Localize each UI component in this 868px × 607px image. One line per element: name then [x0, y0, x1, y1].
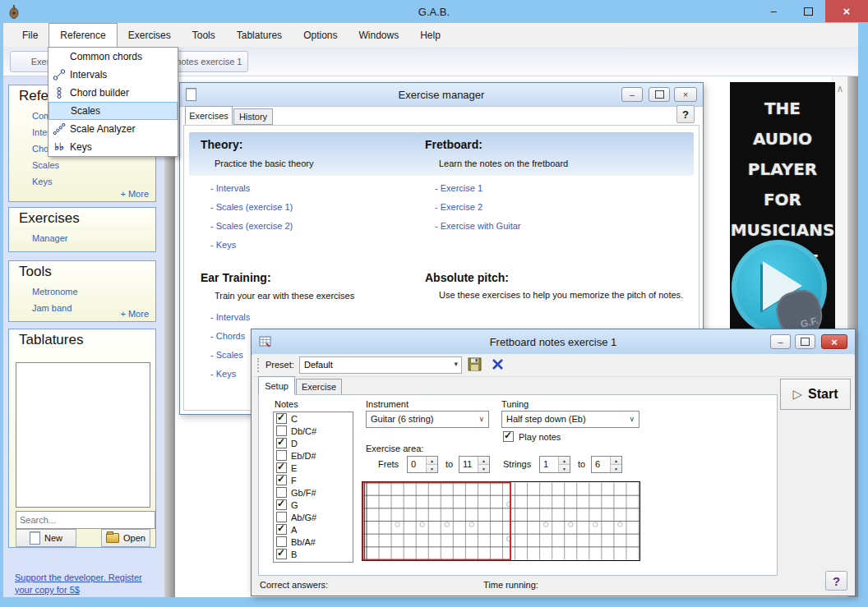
strings-from-stepper[interactable]: 1 ▲▼ [539, 456, 570, 473]
fretboard-window-titlebar[interactable]: Fretboard notes exercise 1 – × [252, 329, 855, 355]
note-row-E[interactable]: E [274, 462, 353, 474]
checkbox-icon[interactable] [276, 438, 287, 448]
open-button[interactable]: Open [101, 529, 150, 547]
menu-item-keys[interactable]: ♭♭Keys [48, 138, 178, 156]
exercise-manager-titlebar[interactable]: Exercise manager – × [180, 83, 703, 107]
sidebar-link[interactable]: Scales [32, 160, 155, 170]
tab-setup[interactable]: Setup [258, 376, 295, 395]
menu-item-scale-analyzer[interactable]: Scale Analyzer [48, 120, 178, 138]
frets-from-stepper[interactable]: 0 ▲▼ [407, 456, 438, 473]
close-button[interactable]: × [674, 87, 697, 102]
notes-checklist[interactable]: CDb/C#DEb/D#EFGb/F#GAb/G#ABb/A#B [273, 412, 353, 563]
help-button[interactable]: ? [676, 105, 695, 123]
menu-exercises[interactable]: Exercises [118, 23, 182, 47]
support-developer-link[interactable]: Support the developer. Register your cop… [15, 572, 145, 596]
play-notes-checkbox[interactable]: Play notes [503, 431, 561, 442]
minimize-button[interactable]: – [621, 87, 643, 102]
note-row-GbF[interactable]: Gb/F# [274, 486, 353, 499]
close-button[interactable]: × [825, 0, 868, 22]
save-preset-icon[interactable] [468, 357, 482, 371]
sidebar-link[interactable]: Keys [32, 177, 155, 186]
theory-link[interactable]: - Scales (exercise 2) [210, 221, 293, 231]
note-row-F[interactable]: F [274, 474, 353, 486]
fretboard-diagram[interactable] [362, 481, 640, 561]
note-row-BbA[interactable]: Bb/A# [274, 536, 353, 548]
fretboard-link[interactable]: - Exercise 2 [435, 202, 521, 212]
ear-training-link[interactable]: - Chords [210, 331, 250, 341]
menu-file[interactable]: File [12, 23, 48, 47]
menu-reference[interactable]: Reference [48, 23, 117, 47]
step-down-icon[interactable]: ▼ [478, 465, 489, 472]
fretboard-link[interactable]: - Exercise with Guitar [435, 221, 521, 231]
note-row-D[interactable]: D [274, 437, 353, 449]
note-row-AbG[interactable]: Ab/G# [274, 511, 353, 523]
start-button[interactable]: ▷ Start [780, 379, 851, 410]
theory-link[interactable]: - Keys [210, 240, 293, 250]
maximize-button[interactable] [791, 0, 825, 22]
ad-play-button[interactable]: G.F. [732, 240, 827, 333]
menu-item-scales[interactable]: Scales [48, 102, 178, 120]
ear-training-link[interactable]: - Keys [210, 369, 250, 379]
menu-item-chord-builder[interactable]: Chord builder [48, 84, 178, 102]
more-link[interactable]: + More [120, 189, 149, 199]
checkbox-icon[interactable] [276, 462, 287, 473]
step-up-icon[interactable]: ▲ [611, 457, 621, 465]
strings-to-stepper[interactable]: 6 ▲▼ [591, 456, 622, 473]
theory-link[interactable]: - Intervals [210, 183, 293, 193]
checkbox-icon[interactable] [276, 512, 287, 522]
checkbox-icon[interactable] [276, 413, 287, 424]
main-titlebar[interactable]: G.A.B. – × [0, 0, 868, 23]
step-up-icon[interactable]: ▲ [427, 457, 437, 465]
maximize-button[interactable] [649, 87, 670, 102]
step-up-icon[interactable]: ▲ [559, 457, 570, 465]
checkbox-icon[interactable] [276, 524, 287, 535]
toolbar-grip[interactable] [257, 358, 259, 372]
delete-preset-icon[interactable] [491, 357, 505, 371]
checkbox-icon[interactable] [276, 487, 287, 498]
note-row-A[interactable]: A [274, 523, 353, 536]
maximize-button[interactable] [795, 334, 815, 349]
checkbox-icon[interactable] [276, 536, 287, 547]
preset-dropdown[interactable]: Default ▾ [299, 356, 462, 374]
menu-options[interactable]: Options [293, 23, 348, 47]
note-row-DbC[interactable]: Db/C# [274, 425, 353, 437]
menu-item-common-chords[interactable]: Common chords [48, 48, 178, 66]
checkbox-icon[interactable] [276, 450, 287, 461]
instrument-dropdown[interactable]: Guitar (6 string) ∨ [366, 411, 489, 428]
tab-exercise[interactable]: Exercise [296, 379, 342, 395]
ear-training-link[interactable]: - Intervals [210, 312, 250, 322]
menu-tools[interactable]: Tools [182, 23, 226, 47]
fretboard-link[interactable]: - Exercise 1 [435, 183, 521, 193]
tab-exercises[interactable]: Exercises [185, 106, 233, 125]
minimize-button[interactable]: – [756, 0, 791, 22]
tuning-dropdown[interactable]: Half step down (Eb) ∨ [501, 411, 639, 428]
menu-windows[interactable]: Windows [348, 23, 409, 47]
ear-training-link[interactable]: - Scales [210, 350, 250, 360]
step-up-icon[interactable]: ▲ [478, 457, 489, 465]
step-down-icon[interactable]: ▼ [559, 465, 570, 472]
menu-item-intervals[interactable]: Intervals [48, 66, 178, 84]
note-row-EbD[interactable]: Eb/D# [274, 449, 353, 462]
search-input[interactable] [16, 511, 155, 529]
theory-link[interactable]: - Scales (exercise 1) [210, 202, 293, 212]
step-down-icon[interactable]: ▼ [427, 465, 437, 472]
checkbox-icon[interactable] [276, 549, 287, 559]
help-button[interactable]: ? [825, 571, 847, 591]
menu-tablatures[interactable]: Tablatures [226, 23, 293, 47]
checkbox-icon[interactable] [276, 499, 287, 510]
checkbox-icon[interactable] [276, 475, 287, 485]
tab-history[interactable]: History [233, 108, 273, 125]
close-button[interactable]: × [821, 334, 847, 349]
note-row-C[interactable]: C [274, 412, 353, 425]
menu-help[interactable]: Help [409, 23, 451, 47]
new-button[interactable]: New [16, 529, 76, 547]
step-down-icon[interactable]: ▼ [611, 465, 621, 472]
tablature-listbox[interactable] [16, 362, 150, 508]
sidebar-link[interactable]: Manager [32, 233, 155, 243]
note-row-B[interactable]: B [274, 548, 353, 560]
minimize-button[interactable]: – [770, 334, 791, 349]
frets-to-stepper[interactable]: 11 ▲▼ [459, 456, 490, 473]
sidebar-link[interactable]: Metronome [32, 287, 155, 297]
ad-banner[interactable]: THEAUDIOPLAYERFORMUSICIANSIS HERE G.F. [730, 82, 835, 333]
checkbox-icon[interactable] [276, 425, 287, 436]
